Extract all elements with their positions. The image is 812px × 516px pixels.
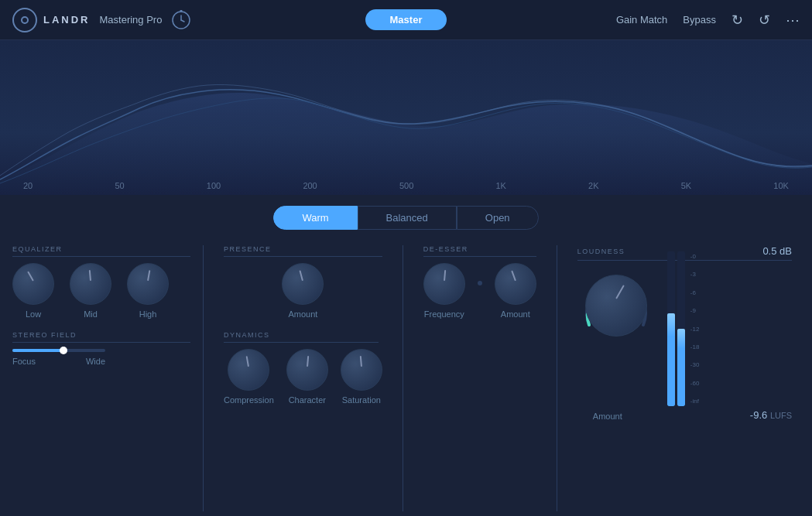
meter-right-track — [677, 251, 685, 406]
eq-high-label: High — [139, 309, 157, 319]
deesser-frequency-knob[interactable] — [423, 263, 465, 305]
meter-left-fill — [667, 313, 675, 406]
redo-button[interactable]: ↺ — [759, 13, 770, 27]
loudness-amount-knob[interactable] — [585, 275, 647, 337]
presence-label: PRESENCE — [224, 245, 382, 257]
header: LANDR Mastering Pro Master Gain Match By… — [0, 0, 812, 40]
freq-10k: 10K — [773, 181, 789, 190]
focus-label: Focus — [12, 357, 36, 366]
meter-18: -18 — [690, 343, 700, 350]
deesser-knobs: Frequency Amount — [423, 263, 536, 319]
svg-line-2 — [181, 20, 184, 22]
app-name: Mastering Pro — [100, 14, 163, 26]
deesser-frequency-label: Frequency — [424, 309, 464, 319]
logo-icon — [12, 8, 37, 32]
loudness-lufs: -9.6 LUFS — [750, 409, 792, 421]
saturation-group: Saturation — [341, 349, 382, 405]
eq-mid-knob[interactable] — [70, 263, 111, 305]
loudness-db: 0.5 dB — [762, 245, 792, 257]
clock-icon[interactable] — [171, 10, 191, 30]
freq-2k: 2K — [588, 181, 598, 190]
meter-12: -12 — [690, 326, 700, 333]
header-right: Gain Match Bypass ↻ ↺ ⋯ — [616, 13, 800, 27]
gain-match-button[interactable]: Gain Match — [616, 14, 667, 26]
stereo-field-label: STEREO FIELD — [12, 331, 190, 343]
eq-mode-balanced[interactable]: Balanced — [358, 206, 457, 230]
meter-inf: -inf — [690, 398, 700, 405]
meter-30: -30 — [690, 361, 700, 368]
app-container: LANDR Mastering Pro Master Gain Match By… — [0, 0, 812, 516]
deesser-dot-separator — [478, 281, 482, 285]
meter-left — [667, 251, 675, 406]
dynamics-label: DYNAMICS — [224, 331, 379, 343]
character-group: Character — [286, 349, 328, 405]
compression-knob[interactable] — [228, 349, 269, 391]
stereo-labels: Focus Wide — [12, 357, 105, 366]
wide-label: Wide — [86, 357, 105, 366]
meter-scale: -0 -3 -6 -9 -12 -18 -30 -60 -inf — [690, 251, 700, 406]
eq-mid-group: Mid — [70, 263, 111, 319]
deesser-amount-group: Amount — [495, 263, 536, 319]
meter-6: -6 — [690, 289, 700, 296]
dynamics-knobs: Compression Character Satu — [224, 349, 382, 405]
freq-500: 500 — [399, 181, 413, 190]
undo-button[interactable]: ↻ — [731, 13, 743, 27]
presence-amount-knob[interactable] — [282, 263, 324, 305]
equalizer-section: EQUALIZER Low Mid — [12, 245, 190, 366]
controls-row: EQUALIZER Low Mid — [12, 245, 800, 511]
divider-1 — [203, 245, 204, 511]
equalizer-knobs: Low Mid High — [12, 263, 190, 319]
presence-section: PRESENCE Amount DYNAMICS — [216, 245, 390, 405]
loudness-section: LOUDNESS 0.5 dB — [570, 245, 800, 421]
freq-50: 50 — [115, 181, 124, 190]
waveform-area: 20 50 100 200 500 1K 2K 5K 10K — [0, 40, 812, 195]
header-center: Master — [365, 9, 447, 30]
divider-2 — [403, 245, 403, 511]
eq-low-group: Low — [12, 263, 54, 319]
character-label: Character — [289, 395, 326, 405]
eq-low-label: Low — [26, 309, 41, 319]
eq-low-knob[interactable] — [12, 263, 54, 305]
stereo-field-section: STEREO FIELD Focus Wide — [12, 331, 190, 366]
compression-label: Compression — [224, 395, 274, 405]
meter-bars: -0 -3 -6 -9 -12 -18 -30 -60 -inf — [667, 251, 700, 406]
more-button[interactable]: ⋯ — [786, 13, 800, 27]
meter-right — [677, 251, 685, 406]
meter-60: -60 — [690, 380, 700, 387]
freq-100: 100 — [207, 181, 221, 190]
eq-high-knob[interactable] — [127, 263, 169, 305]
deesser-label: DE-ESSER — [423, 245, 536, 257]
stereo-slider-container: Focus Wide — [12, 349, 190, 366]
character-knob[interactable] — [286, 349, 328, 391]
deesser-amount-label: Amount — [501, 309, 530, 319]
presence-amount-group: Amount — [224, 263, 382, 319]
freq-5k: 5K — [681, 181, 691, 190]
meter-right-fill — [677, 329, 685, 406]
freq-20: 20 — [23, 181, 33, 190]
meter-0: -0 — [690, 253, 700, 260]
deesser-amount-knob[interactable] — [495, 263, 536, 305]
stereo-slider[interactable] — [12, 349, 105, 352]
deesser-section: DE-ESSER Frequency Amount — [416, 245, 544, 319]
saturation-knob[interactable] — [341, 349, 382, 391]
eq-mid-label: Mid — [84, 309, 98, 319]
freq-labels: 20 50 100 200 500 1K 2K 5K 10K — [0, 181, 812, 190]
eq-high-group: High — [127, 263, 169, 319]
logo-area: LANDR Mastering Pro — [12, 8, 162, 32]
bypass-button[interactable]: Bypass — [683, 14, 716, 26]
deesser-freq-group: Frequency — [423, 263, 465, 319]
eq-mode-warm[interactable]: Warm — [273, 206, 357, 230]
meter-3: -3 — [690, 271, 700, 278]
loudness-knob-container — [577, 267, 655, 344]
freq-200: 200 — [303, 181, 317, 190]
compression-group: Compression — [224, 349, 274, 405]
brand-name: LANDR — [43, 14, 91, 26]
master-button[interactable]: Master — [365, 9, 447, 30]
dynamics-section: DYNAMICS Compression Charact — [224, 331, 382, 405]
eq-mode-row: Warm Balanced Open — [0, 195, 812, 237]
meter-9: -9 — [690, 307, 700, 314]
loudness-amount-label: Amount — [593, 412, 622, 421]
main-controls: EQUALIZER Low Mid — [0, 237, 812, 516]
divider-3 — [557, 245, 557, 511]
eq-mode-open[interactable]: Open — [457, 206, 539, 230]
